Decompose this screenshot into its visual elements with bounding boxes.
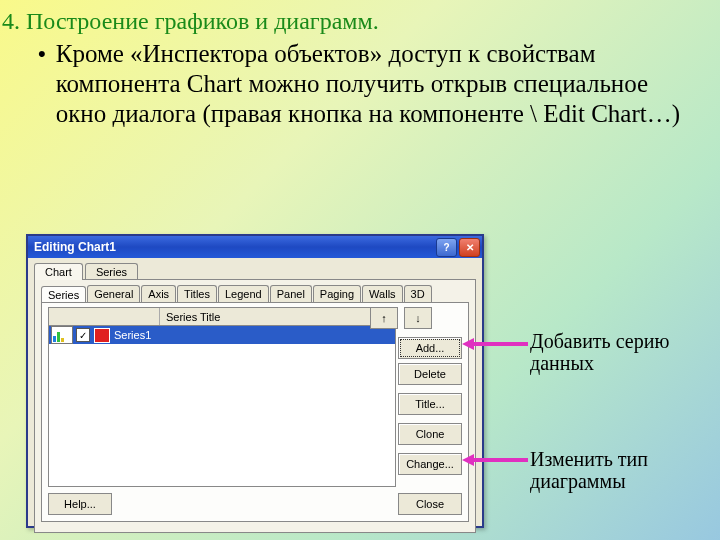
list-item[interactable]: ✓ Series1 xyxy=(49,326,395,344)
heading-text: Построение графиков и диаграмм. xyxy=(26,8,379,35)
tab-3d[interactable]: 3D xyxy=(404,285,432,302)
heading: 4. Построение графиков и диаграмм. xyxy=(20,8,700,35)
series-color-swatch[interactable] xyxy=(94,328,110,343)
tab-series[interactable]: Series xyxy=(41,286,86,303)
move-down-button[interactable]: ↓ xyxy=(404,307,432,329)
tab-legend[interactable]: Legend xyxy=(218,285,269,302)
chart-editor-dialog: Editing Chart1 ? ✕ Chart Series Series G… xyxy=(26,234,484,528)
series-columns: Series Title xyxy=(48,307,396,326)
tab-axis[interactable]: Axis xyxy=(141,285,176,302)
tab-panel[interactable]: Panel xyxy=(270,285,312,302)
help-window-button[interactable]: ? xyxy=(436,238,457,257)
series-list[interactable]: ✓ Series1 xyxy=(48,325,396,487)
clone-button[interactable]: Clone xyxy=(398,423,462,445)
inner-tabs: Series General Axis Titles Legend Panel … xyxy=(35,280,475,302)
outer-tabs: Chart Series xyxy=(28,258,482,279)
heading-number: 4. xyxy=(2,8,12,35)
tab-paging[interactable]: Paging xyxy=(313,285,361,302)
change-button[interactable]: Change... xyxy=(398,453,462,475)
column-title: Series Title xyxy=(160,311,220,323)
bullet-text: Кроме «Инспектора объектов» доступ к сво… xyxy=(56,39,696,129)
series-panel: Series Title ✓ Series1 ↑ ↓ Add... Delet xyxy=(41,302,469,522)
outer-panel: Series General Axis Titles Legend Panel … xyxy=(34,279,476,533)
annotation-add: Добавить серию данных xyxy=(530,330,700,374)
bullet-mark: • xyxy=(38,39,46,129)
annotation-change: Изменить тип диаграммы xyxy=(530,448,710,492)
bullet-row: • Кроме «Инспектора объектов» доступ к с… xyxy=(38,39,700,129)
tab-chart[interactable]: Chart xyxy=(34,263,83,280)
window-title: Editing Chart1 xyxy=(34,240,434,254)
title-button[interactable]: Title... xyxy=(398,393,462,415)
delete-button[interactable]: Delete xyxy=(398,363,462,385)
move-up-button[interactable]: ↑ xyxy=(370,307,398,329)
series-visible-checkbox[interactable]: ✓ xyxy=(76,328,90,342)
tab-walls[interactable]: Walls xyxy=(362,285,402,302)
column-grip[interactable] xyxy=(49,308,160,325)
help-button[interactable]: Help... xyxy=(48,493,112,515)
titlebar[interactable]: Editing Chart1 ? ✕ xyxy=(28,236,482,258)
series-type-icon xyxy=(51,326,73,344)
tab-titles[interactable]: Titles xyxy=(177,285,217,302)
close-window-button[interactable]: ✕ xyxy=(459,238,480,257)
series-label: Series1 xyxy=(114,329,151,341)
tab-series-outer[interactable]: Series xyxy=(85,263,138,280)
slide: 4. Построение графиков и диаграмм. • Кро… xyxy=(0,0,720,540)
add-button[interactable]: Add... xyxy=(398,337,462,359)
tab-general[interactable]: General xyxy=(87,285,140,302)
close-button[interactable]: Close xyxy=(398,493,462,515)
